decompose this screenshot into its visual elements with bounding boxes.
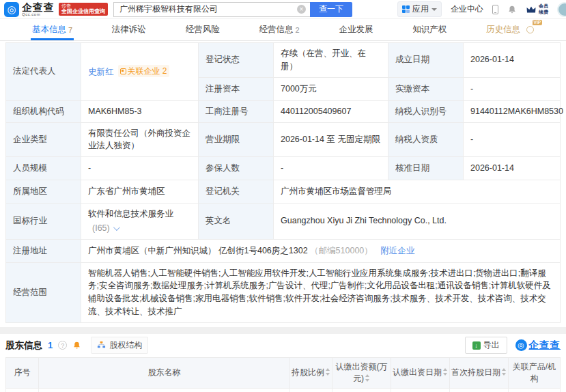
business-scope: 智能机器人销售;人工智能硬件销售;人工智能应用软件开发;人工智能行业应用系统集成… (81, 262, 561, 322)
field-value: 440112005409607 (274, 100, 388, 122)
field-label: 登记机关 (199, 180, 274, 204)
tab-company-development[interactable]: 企业发展 (336, 19, 376, 40)
field-label: 纳税人识别号 (388, 100, 464, 122)
qcc-watermark-logo[interactable]: ◎ 企查查 (515, 339, 561, 352)
first-hold-date-value: 2026-01-14 (450, 388, 509, 392)
row-index: 1 (6, 388, 39, 392)
field-value: 2026-01-14 (464, 43, 561, 78)
shareholders-section: 股东信息 1 ? 股权结构 ↓ 导出 ◎ 企查查 (0, 334, 566, 392)
tab-history-info[interactable]: 历史信息 VIP (483, 19, 537, 40)
tab-basic-info[interactable]: 基本信息7 (29, 19, 75, 40)
field-label: 人员规模 (6, 157, 81, 180)
tab-operation-risk[interactable]: 经营风险 (183, 19, 223, 40)
apps-grid-icon (402, 5, 410, 13)
qcc-company-page: ◎ 企查查 Qcc.com 传奇 全国企业信用查询 × 查一下 应用 企业中心 (0, 0, 566, 392)
field-label: 英文名 (199, 204, 274, 240)
field-label: 纳税人资质 (388, 122, 464, 157)
lock-icon (526, 26, 534, 33)
field-value: 存续（在营、开业、在册） (274, 43, 388, 78)
legal-rep-link[interactable]: 史新红 (88, 67, 114, 76)
top-nav: 应用 企业中心 会员 续费 (397, 1, 566, 17)
table-header-row: 序号 股东名称 持股比例 认缴出资额(万元) 认缴出资日期 首次持股日期 关联产… (6, 357, 561, 388)
sort-icon (502, 368, 507, 376)
field-value: MAK6HM85-3 (81, 100, 199, 122)
col-shareholder-name: 股东名称 (39, 357, 290, 388)
search-button[interactable]: 查一下 (310, 2, 352, 17)
shareholders-table: 序号 股东名称 持股比例 认缴出资额(万元) 认缴出资日期 首次持股日期 关联产… (5, 357, 561, 392)
field-value: - (464, 122, 561, 157)
help-icon[interactable]: ? (58, 341, 67, 350)
notifications-bell-icon[interactable] (507, 5, 517, 14)
field-value: - (81, 157, 199, 180)
vip-renewal-button[interactable]: 会员 续费 (526, 3, 548, 14)
col-ratio-sort[interactable]: 持股比例 (290, 357, 332, 388)
basic-info-table: 法定代表人 史新红关联企业 2 登记状态 存续（在营、开业、在册） 成立日期 2… (5, 42, 561, 323)
sort-icon (365, 374, 370, 382)
chevron-down-icon[interactable] (113, 224, 120, 231)
tab-intellectual-property[interactable]: 知识产权 (410, 19, 449, 40)
chevron-down-icon (431, 8, 437, 11)
clear-search-icon[interactable]: × (297, 5, 306, 14)
shareholders-title: 股东信息 (5, 339, 42, 352)
field-label: 实缴资本 (388, 77, 464, 100)
field-label: 成立日期 (388, 43, 464, 78)
ratio-value: 100% (290, 388, 332, 392)
col-first-hold-date-sort[interactable]: 首次持股日期 (450, 357, 509, 388)
industry-cell: 软件和信息技术服务业 (I65) (81, 204, 199, 240)
related-product-cell: MiniMax (509, 388, 561, 392)
field-value: 广州市黄埔区市场监督管理局 (274, 180, 561, 204)
export-button[interactable]: ↓ 导出 (465, 337, 507, 354)
field-label: 参保人数 (199, 157, 274, 180)
field-label: 注册地址 (6, 239, 81, 262)
legal-rep-cell: 史新红关联企业 2 (81, 43, 199, 101)
org-chart-icon (97, 341, 106, 350)
table-row: 1 + 上海稀宇极智科技有限公司 赴港上市（00100.HK） 100% 700… (6, 388, 561, 392)
excel-icon: ↓ (472, 341, 481, 350)
section-tabs: 基本信息7 法律诉讼 经营风险 经营信息2 企业发展 知识产权 历史信息 VIP (0, 19, 566, 41)
field-value: 2026-01-14 至 无固定期限 (274, 122, 388, 157)
nearby-companies-link[interactable]: 附近企业 (380, 246, 414, 255)
field-value: 7000万元 (274, 77, 388, 100)
basic-info-section: 法定代表人 史新红关联企业 2 登记状态 存续（在营、开业、在册） 成立日期 2… (0, 41, 566, 327)
field-value: 有限责任公司（外商投资企业法人独资） (81, 122, 199, 157)
field-label: 核准日期 (388, 157, 464, 180)
equity-structure-button[interactable]: 股权结构 (91, 337, 148, 354)
qcc-brand[interactable]: ◎ 企查查 Qcc.com 传奇 全国企业信用查询 (4, 2, 108, 17)
search-input[interactable] (113, 2, 310, 17)
mobile-app-icon[interactable] (492, 5, 498, 14)
enterprise-center-link[interactable]: 企业中心 (451, 3, 483, 15)
field-value: - (274, 157, 388, 180)
sort-icon (326, 368, 330, 376)
col-amount-sort[interactable]: 认缴出资额(万元) (332, 357, 391, 388)
section-divider (0, 327, 566, 334)
tab-operation-info[interactable]: 经营信息2 (256, 19, 302, 40)
tab-legal-litigation[interactable]: 法律诉讼 (109, 19, 149, 40)
qcc-logo-icon: ◎ (4, 2, 19, 17)
crown-icon (526, 5, 537, 14)
col-index: 序号 (6, 357, 39, 388)
shareholder-name-cell: + 上海稀宇极智科技有限公司 赴港上市（00100.HK） (39, 388, 290, 392)
field-label: 工商注册号 (199, 100, 274, 122)
field-label: 企业类型 (6, 122, 81, 157)
org-icon (120, 68, 126, 74)
apps-menu[interactable]: 应用 (397, 1, 442, 17)
sort-icon (443, 368, 448, 376)
field-value: 广东省广州市黄埔区 (81, 180, 199, 204)
search-box: × (113, 2, 310, 17)
field-label: 法定代表人 (6, 43, 81, 101)
brand-slogan-badge: 传奇 全国企业信用查询 (59, 3, 108, 15)
brand-text: 企查查 Qcc.com (22, 2, 55, 16)
col-subscribe-date-sort[interactable]: 认缴出资日期 (391, 357, 450, 388)
subscribe-date-value: 2030-12-13 (391, 388, 450, 392)
field-label: 国标行业 (6, 204, 81, 240)
vip-badge: VIP (533, 20, 542, 25)
field-label: 登记状态 (199, 43, 274, 78)
top-bar: ◎ 企查查 Qcc.com 传奇 全国企业信用查询 × 查一下 应用 企业中心 (0, 0, 566, 19)
shareholders-header: 股东信息 1 ? 股权结构 ↓ 导出 ◎ 企查查 (5, 334, 561, 357)
field-value: Guangzhou Xiyu Ji Zhi Technology Co., Lt… (274, 204, 561, 240)
related-companies-badge[interactable]: 关联企业 2 (118, 65, 169, 77)
monitor-bell-icon[interactable] (72, 341, 81, 350)
field-label: 注册资本 (199, 77, 274, 100)
amount-value: 7000 (332, 388, 391, 392)
zip-code: （邮编510000） (310, 246, 373, 255)
